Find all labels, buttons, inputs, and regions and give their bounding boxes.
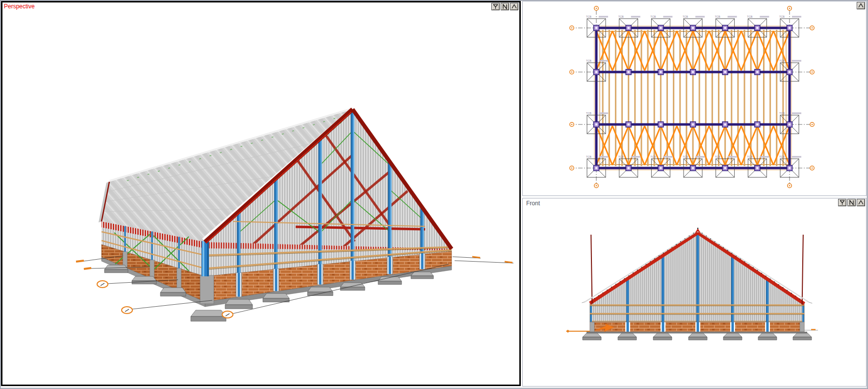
new-pane-button[interactable] xyxy=(501,3,509,10)
front-viewport-canvas[interactable] xyxy=(523,198,866,386)
front-elevation xyxy=(566,228,818,340)
svg-text:TCB: TCB xyxy=(586,155,591,158)
viewport-area: Perspective xyxy=(1,1,867,388)
svg-text:TCB: TCB xyxy=(618,15,624,18)
funnel-y-icon xyxy=(840,200,845,205)
pane-controls-plan xyxy=(857,2,865,9)
letter-n-icon xyxy=(849,200,854,205)
svg-text:TCB: TCB xyxy=(715,15,720,18)
split-pane-button[interactable] xyxy=(838,199,846,206)
svg-text:TCB: TCB xyxy=(779,59,785,62)
caret-up-icon xyxy=(511,4,517,9)
svg-text:TCB: TCB xyxy=(779,15,785,18)
letter-n-icon xyxy=(502,4,508,9)
svg-text:TCB: TCB xyxy=(779,155,785,158)
collapse-pane-button[interactable] xyxy=(857,199,865,206)
svg-text:TCB: TCB xyxy=(586,112,591,115)
pane-plan[interactable]: TCBTCBTCBTCBTCBTCBTCBTCBTCBTCBTCBTCBTCBT… xyxy=(522,1,867,196)
caret-up-icon xyxy=(858,3,864,8)
new-pane-button[interactable] xyxy=(847,199,856,206)
pane-title-front: Front xyxy=(526,200,540,207)
pane-perspective[interactable]: Perspective xyxy=(1,1,521,386)
split-pane-button[interactable] xyxy=(491,3,500,10)
svg-text:TCB: TCB xyxy=(650,155,656,158)
svg-text:TCB: TCB xyxy=(586,15,591,18)
svg-text:TCB: TCB xyxy=(650,15,656,18)
svg-text:TCB: TCB xyxy=(586,59,591,62)
funnel-y-icon xyxy=(493,4,498,9)
plan-viewport-canvas[interactable]: TCBTCBTCBTCBTCBTCBTCBTCBTCBTCBTCBTCBTCBT… xyxy=(523,1,866,195)
svg-text:TCB: TCB xyxy=(747,15,752,18)
collapse-pane-button[interactable] xyxy=(510,3,518,10)
application-window: Perspective xyxy=(0,0,868,389)
building-3d-model xyxy=(76,106,513,321)
pane-controls-perspective xyxy=(491,3,518,10)
collapse-pane-button[interactable] xyxy=(857,2,865,9)
pane-controls-front xyxy=(838,199,865,206)
svg-text:TCB: TCB xyxy=(618,155,624,158)
svg-text:TCB: TCB xyxy=(683,155,688,158)
svg-text:TCB: TCB xyxy=(779,112,785,115)
svg-text:TCB: TCB xyxy=(683,15,688,18)
svg-text:TCB: TCB xyxy=(747,155,752,158)
roof-framing-plan: TCBTCBTCBTCBTCBTCBTCBTCBTCBTCBTCBTCBTCBT… xyxy=(570,6,814,188)
pane-front[interactable]: Front xyxy=(522,198,867,387)
pane-title-perspective: Perspective xyxy=(4,3,35,10)
svg-text:TCB: TCB xyxy=(715,155,720,158)
caret-up-icon xyxy=(858,200,864,205)
perspective-viewport-canvas[interactable] xyxy=(2,2,519,385)
